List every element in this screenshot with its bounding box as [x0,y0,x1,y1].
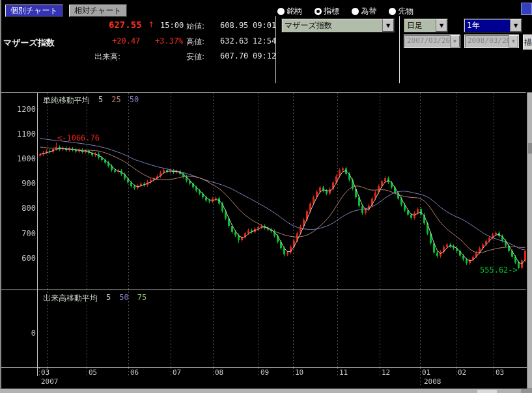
instrument-select-value: マザーズ指数 [282,19,382,32]
ma-period-25: 25 [111,95,120,106]
vertical-scrollbar[interactable] [527,92,532,388]
range-select[interactable]: 1年 ▼ [464,18,522,33]
month-tick-label: 11 [339,368,348,377]
date-from-value: 2007/03/26 [404,35,450,47]
month-tick-label: 09 [260,368,269,377]
month-tick-label: 08 [215,368,223,377]
tab-relative-chart[interactable]: 相対チャート [69,5,127,17]
vol-ma-period-50: 50 [119,293,128,304]
date-to-value: 2008/03/26 [465,35,509,47]
interval-select-value: 日足 [404,19,436,32]
radio-label: 指標 [324,6,339,17]
interval-select[interactable]: 日足 ▼ [404,18,448,33]
change-value: +20.47 [112,36,140,46]
month-tick-label: 03 [496,368,504,377]
month-tick-label: 03 [41,368,49,377]
price-tick-label: 900 [3,179,36,188]
price-tick-label: 800 [3,204,36,213]
vol-ma-period-75: 75 [137,293,147,304]
chart-tabs: 個別チャート 相対チャート [5,3,127,17]
header-divider [399,16,400,83]
vol-ma-period-5: 5 [106,293,111,304]
month-tick-label: 12 [382,368,390,377]
open-label: 始値: [186,21,204,32]
change-percent: +3.37% [155,36,183,46]
price-tick-label: 700 [3,229,36,238]
price-tick-label: 600 [3,254,36,263]
high-time: 12:54 [253,36,276,46]
radio-index[interactable]: 指標 [315,6,339,17]
horizontal-scrollbar[interactable] [0,388,532,393]
month-tick-label: 10 [295,368,303,377]
date-from-select[interactable]: 2007/03/26 ▼ [404,34,460,48]
radio-icon [389,8,396,15]
radio-label: 先物 [398,6,413,17]
low-time: 09:12 [253,51,276,61]
year-label: 2007 [41,377,59,386]
chart-application-window: 個別チャート 相対チャート マザーズ指数 627.55 ↑ 15:00 始値: … [0,0,532,393]
header-divider [275,16,276,83]
price-tick-label: 1200 [3,105,36,114]
low-label: 安値: [186,51,204,62]
price-tick-label: 1000 [3,154,36,163]
high-value: 632.63 [220,36,248,46]
radio-forex[interactable]: 為替 [352,6,376,17]
last-trade-time: 15:00 [160,21,184,30]
month-tick-label: 01 [422,368,430,377]
radio-selected-icon [315,8,322,15]
price-extreme-annotation: <-1066.76 [57,133,100,142]
month-tick-label: 07 [173,368,181,377]
radio-label: 為替 [361,6,376,17]
chevron-down-icon[interactable]: ▼ [510,19,522,32]
low-value: 607.70 [220,51,248,61]
chevron-down-icon[interactable]: ▼ [382,19,394,32]
scrollbar-corner [521,389,532,393]
month-tick-label: 06 [130,368,139,377]
month-tick-label: 05 [89,368,97,377]
instrument-select[interactable]: マザーズ指数 ▼ [281,18,395,33]
price-direction-arrow-icon: ↑ [148,20,154,29]
chevron-down-icon[interactable]: ▼ [436,19,447,32]
date-to-select[interactable]: 2008/03/26 ▼ [464,34,519,48]
window-left-edge [0,0,1,393]
instrument-name: マザーズ指数 [3,37,55,49]
volume-ma-legend: 出来高移動平均 5 50 75 [43,293,147,304]
price-ma-legend: 単純移動平均 5 25 50 [43,95,139,106]
volume-label: 出来高: [94,51,120,62]
ma-period-5: 5 [98,95,103,106]
horizontal-scrollbar-thumb[interactable] [477,390,497,393]
tab-individual-chart[interactable]: 個別チャート [5,5,63,17]
year-label: 2008 [424,377,441,386]
last-price: 627.55 [109,20,142,30]
price-ma-legend-title: 単純移動平均 [43,95,90,106]
month-tick-label: 02 [458,368,466,377]
radio-icon [352,8,359,15]
draw-button[interactable]: 描 [523,34,532,50]
open-value: 608.95 [220,21,248,30]
price-extreme-annotation: 555.62-> [480,265,518,275]
volume-tick-label: 0 [3,329,36,338]
vertical-scrollbar-thumb[interactable] [528,143,532,154]
radio-label: 銘柄 [287,6,302,17]
high-label: 高値: [186,36,204,47]
volume-ma-legend-title: 出来高移動平均 [43,293,98,304]
corner-widget-icon[interactable] [521,3,532,15]
category-radio-group: 銘柄 指標 為替 先物 [277,5,423,18]
radio-icon [277,8,285,15]
chevron-down-icon: ▼ [450,35,460,47]
chevron-down-icon: ▼ [509,35,518,47]
open-time: 09:01 [253,21,276,30]
range-select-value: 1年 [464,19,510,32]
radio-futures[interactable]: 先物 [389,6,413,17]
price-tick-label: 1100 [3,129,36,139]
radio-stock[interactable]: 銘柄 [277,6,302,17]
ma-period-50: 50 [130,95,139,106]
